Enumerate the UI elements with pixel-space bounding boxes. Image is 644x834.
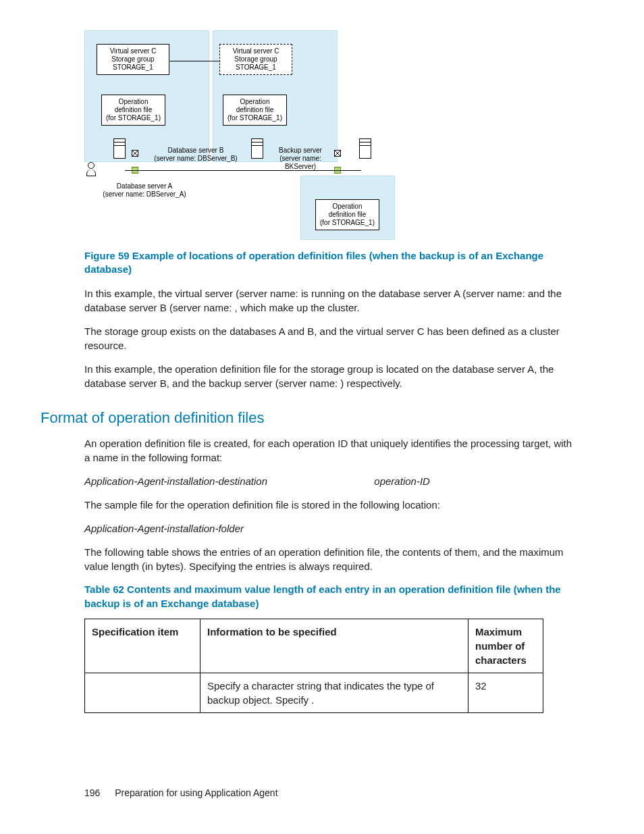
table-header-row: Specification item Information to be spe…: [85, 619, 543, 673]
vsc2-line1: Virtual server C: [233, 47, 279, 55]
path-format: Application-Agent-installation-folder: [84, 521, 576, 536]
db-server-b-label: Database server B (server name: DBServer…: [149, 147, 243, 163]
paragraph: The sample file for the operation defini…: [84, 498, 576, 512]
text: is running on the database server A (ser…: [301, 288, 528, 299]
odf2-l2: definition file: [236, 106, 274, 113]
odf3-l1: Operation: [333, 203, 363, 210]
virtual-server-c-secondary: Virtual server C Storage group STORAGE_1: [219, 44, 292, 75]
server-icon: [111, 138, 128, 165]
paragraph: The storage group exists on the database…: [84, 324, 576, 353]
text: In this example, the operation definitio…: [84, 363, 376, 375]
cell-info: Specify a character string that indicate…: [200, 673, 468, 712]
col-max-chars: Maximum number of characters: [468, 619, 543, 673]
vsc2-line2: Storage group: [234, 55, 277, 63]
vsc1-line3: STORAGE_1: [113, 63, 153, 71]
figure-caption: Figure 59 Example of locations of operat…: [84, 249, 576, 277]
footer-title: Preparation for using Application Agent: [115, 787, 277, 798]
section-heading: Format of operation definition files: [41, 408, 576, 429]
path-part-b: operation-ID: [374, 475, 430, 487]
bk-l2: (server name: BKServer): [279, 155, 321, 170]
table-caption: Table 62 Contents and maximum value leng…: [84, 583, 576, 610]
odf1-l2: definition file: [115, 106, 153, 113]
path-format: Application-Agent-installation-destinati…: [84, 474, 576, 488]
paragraph: In this example, the operation definitio…: [84, 362, 576, 390]
op-def-file-a: Operation definition file (for STORAGE_1…: [101, 95, 165, 126]
paragraph: An operation definition file is created,…: [84, 436, 576, 465]
figure-diagram: Virtual server C Storage group STORAGE_1…: [84, 30, 576, 240]
vsc1-line1: Virtual server C: [110, 47, 157, 55]
virtual-server-c-primary: Virtual server C Storage group STORAGE_1: [97, 44, 169, 75]
op-def-file-b: Operation definition file (for STORAGE_1…: [223, 95, 287, 126]
vsc2-line3: STORAGE_1: [236, 63, 276, 71]
text: .: [311, 694, 314, 706]
db-server-a-label: Database server A (server name: DBServer…: [94, 182, 195, 199]
text: ) respectively.: [340, 377, 402, 389]
odf2-l1: Operation: [240, 98, 270, 105]
backup-server-label: Backup server (server name: BKServer): [263, 147, 338, 171]
bk-l1: Backup server: [279, 147, 322, 154]
dbA-l2: (server name: DBServer_A): [103, 190, 186, 198]
odf1-l3: (for STORAGE_1): [106, 114, 161, 122]
paragraph: The following table shows the entries of…: [84, 545, 576, 573]
dbB-l1: Database server B: [168, 147, 224, 154]
text: In this example, the virtual server (ser…: [84, 288, 301, 299]
text: , which make up the cluster.: [235, 302, 360, 313]
vsc1-line2: Storage group: [111, 55, 154, 63]
page-number: 196: [84, 787, 100, 798]
dbA-l1: Database server A: [117, 182, 172, 190]
paragraph: In this example, the virtual server (ser…: [84, 286, 576, 315]
odf1-l1: Operation: [119, 98, 149, 105]
col-spec-item: Specification item: [85, 619, 200, 673]
text: The storage group: [84, 325, 170, 337]
cell-max-chars: 32: [468, 673, 543, 712]
cell-spec-item: [85, 673, 200, 712]
page-footer: 196 Preparation for using Application Ag…: [84, 787, 278, 800]
user-icon: [84, 162, 98, 182]
odf3-l2: definition file: [329, 211, 367, 218]
odf2-l3: (for STORAGE_1): [227, 114, 282, 122]
dbB-l2: (server name: DBServer_B): [154, 155, 237, 162]
table-row: Specify a character string that indicate…: [85, 673, 543, 712]
col-info: Information to be specified: [200, 619, 468, 673]
text: Specify a character string that indicate…: [207, 680, 434, 706]
spec-table: Specification item Information to be spe…: [84, 619, 543, 713]
path-part-a: Application-Agent-installation-destinati…: [84, 475, 267, 487]
op-def-file-backup: Operation definition file (for STORAGE_1…: [315, 199, 379, 230]
server-icon: [357, 138, 373, 165]
status-marker-icon: [132, 150, 138, 157]
odf3-l3: (for STORAGE_1): [320, 219, 375, 226]
